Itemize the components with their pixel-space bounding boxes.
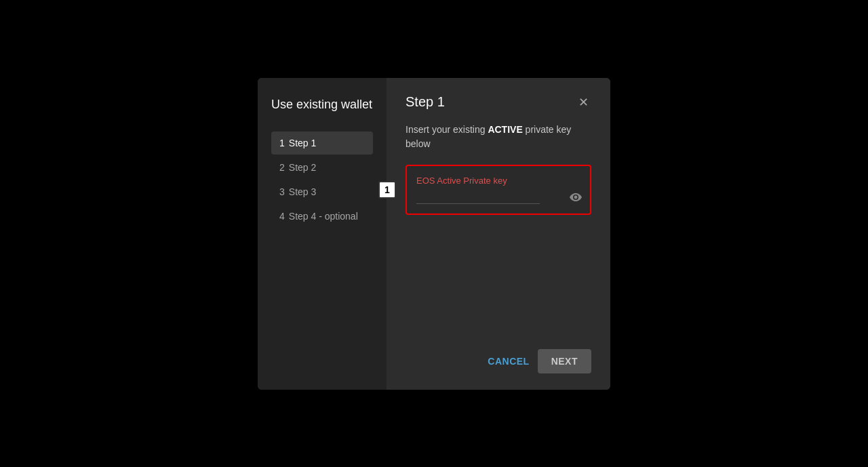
right-panel: Step 1 ✕ Insert your existing ACTIVE pri… <box>387 78 610 390</box>
private-key-input-box: EOS Active Private key <box>406 165 591 215</box>
close-button[interactable]: ✕ <box>575 94 591 110</box>
left-panel: Use existing wallet 1 Step 1 2 Step 2 3 … <box>258 78 387 390</box>
panel-header: Step 1 ✕ <box>406 94 591 110</box>
step3-number: 3 <box>279 186 285 197</box>
description-bold: ACTIVE <box>488 124 522 135</box>
sidebar-item-step1[interactable]: 1 Step 1 <box>271 131 373 155</box>
sidebar-item-step2[interactable]: 2 Step 2 <box>271 156 373 179</box>
description-text: Insert your existing ACTIVE private key … <box>406 123 591 151</box>
private-key-field[interactable] <box>416 190 540 204</box>
step1-label: Step 1 <box>289 138 316 148</box>
input-label: EOS Active Private key <box>416 176 560 186</box>
step4-number: 4 <box>279 211 285 222</box>
description-prefix: Insert your existing <box>406 124 488 135</box>
left-panel-title: Use existing wallet <box>271 97 373 113</box>
step2-label: Step 2 <box>289 162 316 173</box>
modal-footer: CANCEL NEXT <box>406 336 591 373</box>
cancel-button[interactable]: CANCEL <box>488 356 529 367</box>
modal-dialog: Use existing wallet 1 Step 1 2 Step 2 3 … <box>258 78 610 390</box>
input-container: 1 EOS Active Private key <box>406 165 591 215</box>
panel-content: Insert your existing ACTIVE private key … <box>406 123 591 336</box>
step1-number: 1 <box>279 138 285 148</box>
step4-label: Step 4 - optional <box>289 211 358 222</box>
sidebar-item-step4[interactable]: 4 Step 4 - optional <box>271 205 373 228</box>
panel-title: Step 1 <box>406 94 445 110</box>
sidebar-item-step3[interactable]: 3 Step 3 <box>271 180 373 203</box>
callout-badge-1: 1 <box>378 181 396 199</box>
toggle-visibility-icon[interactable] <box>570 192 582 204</box>
step2-number: 2 <box>279 162 285 173</box>
step3-label: Step 3 <box>289 186 316 197</box>
next-button[interactable]: NEXT <box>538 349 591 373</box>
step-list: 1 Step 1 2 Step 2 3 Step 3 4 Step 4 - op… <box>271 131 373 228</box>
